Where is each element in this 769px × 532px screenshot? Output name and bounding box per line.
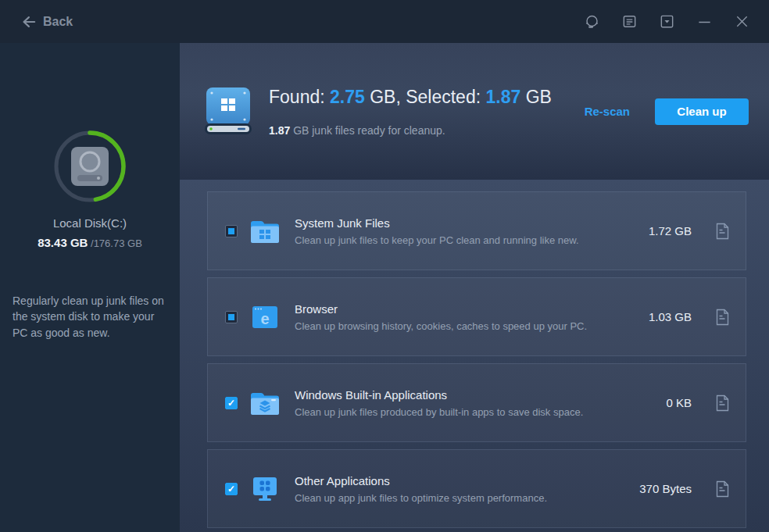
selected-label: Selected: (406, 87, 481, 107)
hard-disk-icon (71, 147, 109, 186)
category-size: 1.72 GB (606, 224, 692, 237)
found-selected-line: Found: 2.75 GB, Selected: 1.87 GB (269, 87, 552, 108)
ready-line: 1.87 GB junk files ready for cleanup. (269, 124, 552, 137)
menu-dropdown-icon[interactable] (659, 13, 675, 30)
category-description: Clean up junk files produced by built-in… (295, 406, 606, 418)
category-checkbox[interactable] (225, 397, 238, 409)
found-label: Found: (269, 87, 325, 107)
found-unit: GB, (370, 87, 401, 107)
row-other-applications[interactable]: Other Applications Clean up app junk fil… (207, 449, 746, 528)
row-browser[interactable]: e Browser Clean up browsing history, coo… (207, 277, 746, 356)
back-arrow-icon (20, 14, 36, 30)
details-file-icon[interactable] (715, 309, 730, 326)
monitor-apps-icon (249, 476, 281, 502)
disk-total-value: /176.73 GB (91, 237, 142, 249)
windows-blue-disk-icon (202, 83, 255, 136)
close-button[interactable] (734, 13, 750, 30)
category-size: 1.03 GB (606, 310, 692, 323)
ready-value: 1.87 (269, 124, 290, 137)
back-button[interactable]: Back (20, 14, 73, 30)
scan-summary-text: Found: 2.75 GB, Selected: 1.87 GB 1.87 G… (269, 87, 552, 137)
row-system-junk-files[interactable]: System Junk Files Clean up junk files to… (207, 191, 746, 270)
category-description: Clean up junk files to keep your PC clea… (295, 234, 606, 246)
svg-text:e: e (260, 310, 269, 327)
window-controls (584, 13, 750, 30)
folder-windows-icon (249, 218, 281, 245)
folder-layers-icon (249, 390, 281, 416)
found-value: 2.75 (330, 87, 365, 107)
disk-capacity: 83.43 GB /176.73 GB (38, 236, 142, 249)
category-title: Browser (295, 302, 606, 316)
cleanup-button[interactable]: Clean up (655, 98, 749, 125)
category-description: Clean up browsing history, cookies, cach… (295, 320, 606, 332)
selected-unit: GB (526, 87, 552, 107)
disk-used-value: 83.43 GB (38, 236, 88, 249)
category-checkbox[interactable] (225, 225, 238, 237)
category-title: Other Applications (295, 474, 606, 487)
scan-summary-header: Found: 2.75 GB, Selected: 1.87 GB 1.87 G… (180, 43, 769, 180)
support-headset-icon[interactable] (584, 13, 600, 30)
selected-value: 1.87 (485, 87, 520, 107)
minimize-button[interactable] (696, 13, 713, 30)
rescan-link[interactable]: Re-scan (585, 105, 630, 118)
ready-text: GB junk files ready for cleanup. (293, 124, 445, 137)
details-file-icon[interactable] (715, 480, 730, 498)
sidebar: Local Disk(C:) 83.43 GB /176.73 GB Regul… (0, 43, 180, 532)
category-checkbox[interactable] (225, 311, 238, 323)
back-label: Back (43, 15, 73, 29)
details-file-icon[interactable] (715, 223, 730, 240)
details-file-icon[interactable] (715, 395, 730, 412)
category-title: Windows Built-in Applications (295, 388, 606, 402)
content-panel: Found: 2.75 GB, Selected: 1.87 GB 1.87 G… (180, 43, 769, 532)
user-guide-icon[interactable] (621, 13, 638, 30)
browser-window-icon: e (249, 304, 281, 330)
category-title: System Junk Files (295, 216, 606, 230)
disk-usage-gauge (47, 123, 133, 209)
row-windows-builtin-applications[interactable]: Windows Built-in Applications Clean up j… (207, 363, 746, 442)
app-window: Back (0, 0, 769, 532)
category-list: System Junk Files Clean up junk files to… (180, 180, 769, 532)
disk-name: Local Disk(C:) (53, 216, 127, 230)
category-checkbox[interactable] (225, 483, 238, 495)
category-size: 0 KB (606, 396, 692, 409)
cleanup-tip-text: Regularly clean up junk files on the sys… (13, 293, 167, 341)
category-size: 370 Bytes (606, 482, 692, 495)
category-description: Clean up app junk files to optimize syst… (295, 492, 606, 504)
title-bar: Back (0, 0, 769, 43)
